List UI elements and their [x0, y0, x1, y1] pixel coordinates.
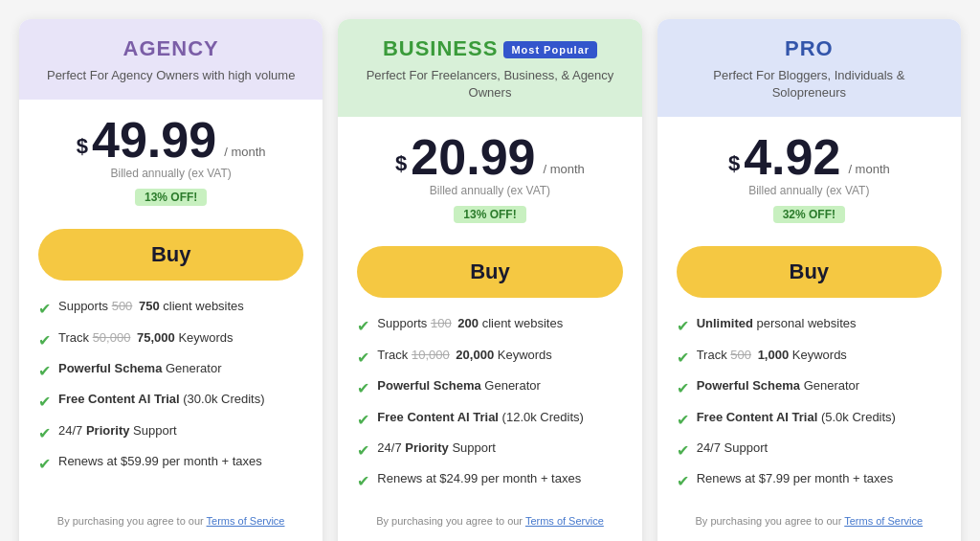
- feature-item-pro-2: ✔Powerful Schema Generator: [677, 377, 942, 399]
- plan-name-business: BUSINESSMost Popular: [357, 36, 622, 61]
- check-icon: ✔: [38, 299, 51, 320]
- price-billed-business: Billed annually (ex VAT): [357, 184, 622, 197]
- price-amount-pro: 4.92: [744, 132, 840, 182]
- feature-text-pro-2: Powerful Schema Generator: [697, 377, 860, 394]
- check-icon: ✔: [677, 348, 689, 369]
- plan-name-pro: PRO: [677, 36, 942, 61]
- features-list-pro: ✔Unlimited personal websites✔Track 500 1…: [677, 315, 942, 501]
- plan-body-pro: $4.92/ monthBilled annually (ex VAT)32% …: [657, 117, 961, 541]
- discount-wrapper-agency: 13% OFF!: [38, 188, 303, 217]
- check-icon: ✔: [677, 440, 689, 462]
- feature-text-agency-0: Supports 500 750 client websites: [58, 298, 244, 315]
- most-popular-badge: Most Popular: [503, 41, 597, 58]
- discount-badge-pro: 32% OFF!: [773, 206, 845, 223]
- plan-header-business: BUSINESSMost PopularPerfect For Freelanc…: [338, 19, 641, 117]
- check-icon: ✔: [38, 392, 51, 413]
- feature-item-pro-4: ✔24/7 Support: [677, 440, 942, 462]
- plan-name-agency: AGENCY: [38, 36, 303, 61]
- price-dollar-agency: $: [77, 136, 88, 157]
- feature-item-business-0: ✔Supports 100 200 client websites: [357, 315, 622, 337]
- check-icon: ✔: [38, 361, 51, 382]
- buy-button-agency[interactable]: Buy: [38, 229, 303, 281]
- buy-button-business[interactable]: Buy: [357, 246, 622, 298]
- discount-wrapper-business: 13% OFF!: [357, 205, 622, 235]
- feature-item-business-3: ✔Free Content AI Trial (12.0k Credits): [357, 409, 622, 431]
- feature-item-agency-0: ✔Supports 500 750 client websites: [38, 298, 303, 320]
- price-row-pro: $4.92/ month: [677, 132, 942, 182]
- check-icon: ✔: [38, 423, 51, 444]
- check-icon: ✔: [677, 378, 689, 399]
- feature-text-pro-4: 24/7 Support: [697, 440, 768, 457]
- check-icon: ✔: [677, 410, 689, 431]
- feature-text-business-5: Renews at $24.99 per month + taxes: [377, 470, 581, 487]
- feature-text-pro-1: Track 500 1,000 Keywords: [697, 347, 847, 364]
- features-list-agency: ✔Supports 500 750 client websites✔Track …: [38, 298, 303, 502]
- feature-item-pro-0: ✔Unlimited personal websites: [677, 315, 942, 337]
- feature-item-agency-2: ✔Powerful Schema Generator: [38, 360, 303, 382]
- feature-text-business-1: Track 10,000 20,000 Keywords: [377, 347, 552, 364]
- buy-button-pro[interactable]: Buy: [677, 246, 942, 298]
- feature-text-agency-2: Powerful Schema Generator: [58, 360, 222, 377]
- price-dollar-pro: $: [728, 153, 740, 174]
- terms-link-agency[interactable]: Terms of Service: [207, 515, 285, 527]
- plan-subtitle-pro: Perfect For Bloggers, Individuals & Solo…: [677, 67, 942, 101]
- check-icon: ✔: [357, 410, 369, 431]
- terms-text-agency: By purchasing you agree to our Terms of …: [38, 515, 303, 527]
- check-icon: ✔: [357, 316, 369, 337]
- pricing-container: AGENCYPerfect For Agency Owners with hig…: [19, 19, 961, 541]
- plan-body-agency: $49.99/ monthBilled annually (ex VAT)13%…: [19, 100, 323, 541]
- feature-text-agency-4: 24/7 Priority Support: [58, 422, 177, 440]
- feature-item-business-4: ✔24/7 Priority Support: [357, 440, 622, 462]
- feature-item-pro-1: ✔Track 500 1,000 Keywords: [677, 347, 942, 369]
- plan-subtitle-agency: Perfect For Agency Owners with high volu…: [38, 67, 303, 84]
- check-icon: ✔: [357, 440, 369, 462]
- terms-text-business: By purchasing you agree to our Terms of …: [357, 515, 622, 527]
- feature-text-business-2: Powerful Schema Generator: [377, 377, 541, 394]
- feature-item-agency-1: ✔Track 50,000 75,000 Keywords: [38, 329, 303, 351]
- feature-text-pro-0: Unlimited personal websites: [697, 315, 857, 332]
- feature-item-agency-4: ✔24/7 Priority Support: [38, 422, 303, 444]
- feature-text-agency-5: Renews at $59.99 per month + taxes: [58, 453, 262, 470]
- check-icon: ✔: [38, 454, 51, 475]
- plan-card-agency: AGENCYPerfect For Agency Owners with hig…: [19, 19, 323, 541]
- feature-text-pro-5: Renews at $7.99 per month + taxes: [697, 470, 894, 487]
- check-icon: ✔: [357, 471, 369, 492]
- feature-text-agency-1: Track 50,000 75,000 Keywords: [58, 329, 234, 347]
- price-billed-agency: Billed annually (ex VAT): [38, 167, 303, 180]
- price-billed-pro: Billed annually (ex VAT): [677, 184, 942, 197]
- plan-header-pro: PROPerfect For Bloggers, Individuals & S…: [657, 19, 961, 117]
- feature-item-pro-5: ✔Renews at $7.99 per month + taxes: [677, 470, 942, 492]
- feature-item-business-5: ✔Renews at $24.99 per month + taxes: [357, 470, 622, 492]
- price-amount-business: 20.99: [411, 132, 535, 182]
- plan-card-pro: PROPerfect For Bloggers, Individuals & S…: [657, 19, 961, 541]
- feature-item-business-2: ✔Powerful Schema Generator: [357, 377, 622, 399]
- check-icon: ✔: [677, 471, 689, 492]
- plan-card-business: BUSINESSMost PopularPerfect For Freelanc…: [338, 19, 641, 541]
- discount-wrapper-pro: 32% OFF!: [677, 205, 942, 235]
- check-icon: ✔: [38, 330, 51, 351]
- feature-item-business-1: ✔Track 10,000 20,000 Keywords: [357, 347, 622, 369]
- feature-item-pro-3: ✔Free Content AI Trial (5.0k Credits): [677, 409, 942, 431]
- feature-text-agency-3: Free Content AI Trial (30.0k Credits): [58, 391, 265, 408]
- price-period-agency: / month: [224, 145, 265, 159]
- feature-text-business-0: Supports 100 200 client websites: [377, 315, 563, 332]
- feature-item-agency-3: ✔Free Content AI Trial (30.0k Credits): [38, 391, 303, 413]
- terms-link-business[interactable]: Terms of Service: [525, 515, 604, 527]
- plan-body-business: $20.99/ monthBilled annually (ex VAT)13%…: [338, 117, 641, 541]
- check-icon: ✔: [357, 378, 369, 399]
- price-period-pro: / month: [848, 162, 889, 176]
- check-icon: ✔: [677, 316, 689, 337]
- feature-item-agency-5: ✔Renews at $59.99 per month + taxes: [38, 453, 303, 475]
- plan-subtitle-business: Perfect For Freelancers, Business, & Age…: [357, 67, 622, 101]
- feature-text-pro-3: Free Content AI Trial (5.0k Credits): [697, 409, 896, 426]
- discount-badge-agency: 13% OFF!: [135, 189, 207, 206]
- terms-link-pro[interactable]: Terms of Service: [844, 515, 923, 527]
- price-row-business: $20.99/ month: [357, 132, 622, 182]
- check-icon: ✔: [357, 348, 369, 369]
- price-amount-agency: 49.99: [92, 115, 216, 165]
- feature-text-business-4: 24/7 Priority Support: [377, 440, 496, 457]
- discount-badge-business: 13% OFF!: [454, 206, 525, 223]
- price-dollar-business: $: [395, 153, 407, 174]
- feature-text-business-3: Free Content AI Trial (12.0k Credits): [377, 409, 584, 426]
- price-period-business: / month: [544, 162, 585, 176]
